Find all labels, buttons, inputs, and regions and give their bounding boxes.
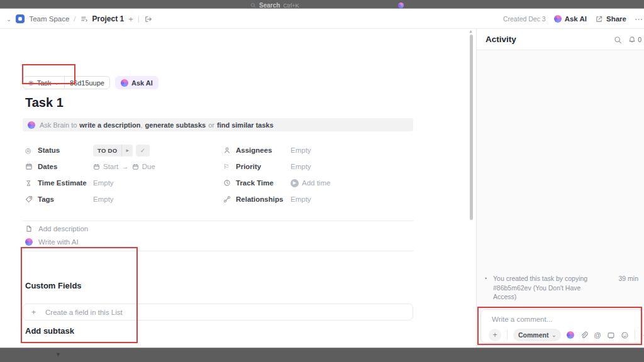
breadcrumb-project[interactable]: Project 1 (92, 14, 125, 23)
created-date: Created Dec 3 (503, 15, 546, 23)
search-icon (250, 3, 256, 8)
priority-value[interactable]: Empty (291, 163, 311, 170)
ai-flower-icon (121, 79, 128, 87)
comment-input[interactable]: Write a comment... (492, 315, 552, 323)
field-row-assignees: Assignees Empty (223, 145, 311, 155)
scroll-down-icon: ▼ (55, 351, 61, 358)
global-search-button[interactable]: Search Ctrl+K (250, 2, 299, 9)
calendar-icon (93, 163, 100, 170)
write-with-ai-button[interactable]: Write with AI (25, 238, 79, 246)
search-label: Search (259, 2, 280, 9)
mention-icon[interactable]: @ (594, 331, 601, 339)
breadcrumb-divider: | (138, 15, 140, 23)
arrow-right-icon: → (121, 163, 129, 170)
search-icon[interactable] (614, 36, 622, 44)
share-icon (595, 15, 603, 23)
next-status-icon[interactable]: ▸ (122, 147, 133, 153)
banner-find-similar-link[interactable]: find similar tasks (217, 121, 274, 129)
complete-task-button[interactable]: ✓ (136, 145, 150, 156)
attachment-icon[interactable] (580, 331, 588, 339)
comment-toolbar: + Comment ⌄ @ ⋯ (489, 329, 644, 341)
header-actions: Created Dec 3 Ask AI Share ⋯ (503, 9, 643, 29)
ask-brain-banner[interactable]: Ask Brain to write a description, genera… (23, 118, 413, 131)
ai-icon[interactable] (398, 3, 404, 8)
task-meta-row: ◉ Task ⌄ 86d15uupe Ask AI (23, 76, 158, 89)
field-label: Time Estimate (38, 179, 93, 187)
status-chip[interactable]: TO DO ▸ (93, 145, 133, 156)
ai-flower-icon (554, 15, 562, 23)
field-row-status: ◎ Status TO DO ▸ ✓ (25, 145, 150, 155)
vertical-scrollbar[interactable] (470, 35, 473, 220)
comment-add-button[interactable]: + (489, 329, 501, 341)
comment-type-dropdown[interactable]: Comment ⌄ (513, 329, 561, 341)
check-icon: ✓ (140, 147, 145, 154)
activity-header: Activity 0 (477, 29, 644, 50)
plus-icon: + (492, 331, 497, 339)
ask-ai-button[interactable]: Ask AI (554, 15, 587, 23)
relationships-value[interactable]: Empty (291, 195, 311, 203)
exit-expand-icon[interactable] (144, 15, 152, 23)
divider (23, 221, 413, 221)
banner-generate-subtasks-link[interactable]: generate subtasks (145, 121, 206, 129)
add-time-label: Add time (302, 179, 330, 187)
add-time-button[interactable]: ▶ Add time (291, 179, 330, 187)
clickup-task-window: Search Ctrl+K ⌄ Team Space / Project 1 +… (0, 0, 644, 362)
task-ask-ai-label: Ask AI (131, 79, 153, 87)
banner-or: or (208, 121, 214, 129)
task-ask-ai-button[interactable]: Ask AI (115, 76, 158, 89)
dates-value[interactable]: Start → Due (93, 163, 155, 170)
comment-box[interactable]: Write a comment... + Comment ⌄ @ ⋯ (480, 309, 643, 343)
due-date-label[interactable]: Due (142, 163, 155, 170)
notifications-button[interactable]: 0 (628, 36, 641, 43)
more-options-button[interactable]: ⋯ (635, 14, 643, 24)
clock-icon (223, 179, 236, 187)
time-estimate-value[interactable]: Empty (93, 179, 114, 187)
task-type-label: Task (37, 79, 52, 87)
space-avatar[interactable] (16, 14, 25, 23)
share-label: Share (606, 15, 626, 23)
ai-flower-icon (28, 121, 35, 129)
create-field-button[interactable]: + Create a field in this List (23, 304, 413, 321)
add-subtask-heading: Add subtask (25, 326, 74, 336)
bullet-icon: • (485, 274, 493, 302)
calendar-icon (25, 163, 38, 170)
activity-entry-text: You created this task by copying #86b5m6… (493, 274, 601, 302)
add-description-button[interactable]: Add description (25, 225, 88, 233)
add-description-label: Add description (38, 225, 88, 233)
comment-type-label: Comment (518, 331, 548, 339)
write-with-ai-label: Write with AI (38, 238, 79, 246)
add-view-button[interactable]: + (128, 14, 133, 24)
ai-flower-icon[interactable] (567, 331, 574, 339)
ask-ai-label: Ask AI (565, 15, 587, 23)
plus-icon: + (31, 308, 36, 317)
field-label: Track Time (236, 179, 291, 187)
clip-icon[interactable] (607, 331, 615, 339)
calendar-icon (132, 163, 139, 170)
banner-prefix: Ask Brain to (40, 121, 77, 129)
start-date-label[interactable]: Start (103, 163, 118, 170)
task-type-selector[interactable]: ◉ Task ⌄ (23, 79, 64, 87)
field-row-priority: ⚐ Priority Empty (223, 162, 311, 172)
breadcrumb: ⌄ Team Space / Project 1 + | (6, 9, 152, 29)
breadcrumb-space[interactable]: Team Space (29, 15, 69, 23)
divider (23, 251, 413, 251)
collapse-chevron-icon[interactable]: ⌄ (6, 16, 11, 23)
assignees-value[interactable]: Empty (291, 146, 311, 154)
field-row-time-estimate: Time Estimate Empty (25, 178, 114, 188)
scroll-up-icon[interactable]: ▲ (469, 29, 473, 33)
chevron-down-icon: ⌄ (552, 332, 556, 338)
task-title[interactable]: Task 1 (25, 96, 64, 110)
search-shortcut: Ctrl+K (283, 3, 299, 9)
tags-value[interactable]: Empty (93, 195, 114, 203)
status-value: TO DO (93, 147, 121, 154)
hourglass-icon (25, 180, 38, 187)
share-button[interactable]: Share (595, 15, 626, 23)
emoji-icon[interactable] (621, 331, 629, 339)
banner-write-description-link[interactable]: write a description (79, 121, 140, 129)
field-row-tags: Tags Empty (25, 194, 114, 204)
field-row-track-time: Track Time ▶ Add time (223, 178, 330, 188)
more-options-icon[interactable]: ⋯ (641, 331, 644, 339)
task-id[interactable]: 86d15uupe (65, 79, 109, 87)
browser-bottom-bar: ▼ (0, 348, 644, 362)
field-row-relationships: Relationships Empty (223, 194, 311, 204)
